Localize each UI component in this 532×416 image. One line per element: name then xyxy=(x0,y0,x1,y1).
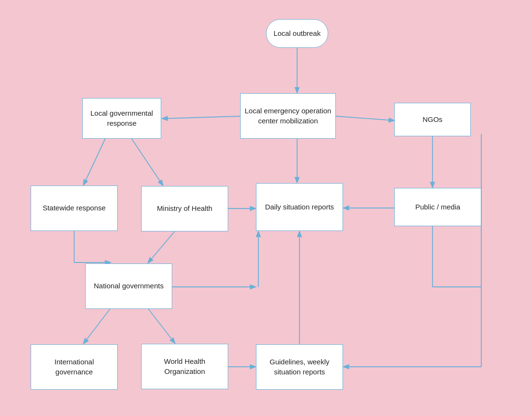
local-outbreak-node: Local outbreak xyxy=(266,19,328,48)
ministry-node: Ministry of Health xyxy=(141,186,228,231)
guidelines-node: Guidelines, weekly situation reports xyxy=(256,344,343,390)
diagram-container: Local outbreak Local emergency operation… xyxy=(0,0,532,416)
svg-line-18 xyxy=(84,309,110,343)
svg-line-19 xyxy=(148,309,175,343)
who-node: World Health Organization xyxy=(141,344,228,389)
svg-line-11 xyxy=(148,231,175,263)
national-govts-node: National governments xyxy=(85,263,172,309)
intl-governance-node: International governance xyxy=(31,344,118,390)
daily-reports-node: Daily situation reports xyxy=(256,183,343,231)
svg-line-3 xyxy=(84,139,105,185)
statewide-node: Statewide response xyxy=(31,186,118,231)
public-media-node: Public / media xyxy=(394,188,481,226)
local-emergency-node: Local emergency operation center mobiliz… xyxy=(240,93,336,139)
svg-line-1 xyxy=(163,116,240,119)
svg-line-4 xyxy=(132,139,163,185)
ngos-node: NGOs xyxy=(394,103,471,136)
local-govt-node: Local governmental response xyxy=(82,98,161,139)
svg-line-2 xyxy=(336,116,394,120)
